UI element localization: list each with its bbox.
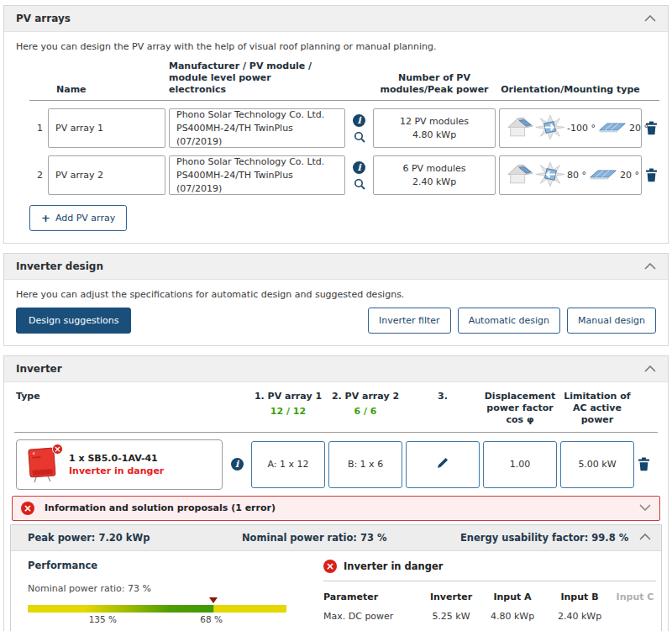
design-suggestions-button[interactable]: Design suggestions — [16, 308, 131, 334]
input-a-config-box[interactable]: A: 1 x 12 — [251, 441, 325, 488]
tilt-panel-icon — [597, 121, 627, 136]
roof-house-icon — [507, 163, 533, 188]
col-ac-limit: Limitation of AC active power — [560, 391, 634, 425]
ac-limit-box[interactable]: 5.00 kW — [560, 441, 634, 488]
col-type: Type — [16, 391, 223, 402]
orientation-box[interactable]: 80 ° 20 ° — [499, 155, 642, 195]
module-type: PS400MH-24/TH TwinPlus (07/2019) — [176, 169, 338, 196]
pv-module-select[interactable]: Phono Solar Technology Co. Ltd. PS400MH-… — [169, 155, 345, 195]
inverter-filter-button[interactable]: Inverter filter — [368, 308, 451, 334]
azimuth-value: 80 ° — [567, 170, 586, 181]
inverter-device-icon: × — [25, 445, 60, 484]
azimuth-compass-icon — [535, 161, 565, 190]
input-a-value: 429 V — [499, 626, 526, 631]
inverter-panel-header[interactable]: Inverter — [4, 356, 668, 382]
pv-arrays-title: PV arrays — [16, 13, 71, 24]
input-3-edit-box[interactable] — [406, 441, 480, 488]
azimuth-value: -100 ° — [567, 123, 596, 134]
nominal-power-ratio-summary: Nominal power ratio: 73 % — [242, 532, 460, 544]
param-label: Min. DC voltage — [323, 626, 423, 631]
col-cos-phi: Displacement power factor cos φ — [483, 391, 557, 425]
col-pv-array-3: 3. — [406, 391, 480, 402]
detail-summary-bar[interactable]: Peak power: 7.20 kWp Nominal power ratio… — [11, 525, 661, 551]
orientation-box[interactable]: -100 ° 20 ° — [499, 108, 642, 148]
col-input-c: Input C — [614, 588, 656, 607]
module-info-icon[interactable]: i — [353, 114, 365, 127]
inverter-panel: Inverter Type 1. PV array 1 12 / 12 2. P… — [3, 355, 669, 631]
pv-array-name-input[interactable]: PV array 1 — [48, 108, 165, 148]
pv-arrays-description: Here you can design the PV array with th… — [4, 32, 668, 52]
col-pv-array-2: 2. PV array 2 — [328, 391, 402, 402]
module-count-box[interactable]: 12 PV modules 4.80 kWp — [373, 108, 496, 148]
col-input-a: Input A — [480, 588, 545, 607]
cos-phi-box[interactable]: 1.00 — [483, 441, 557, 488]
inverter-design-title: Inverter design — [16, 260, 103, 272]
add-pv-array-label: Add PV array — [55, 213, 115, 223]
performance-heading: Performance — [28, 560, 303, 571]
inverter-type-box[interactable]: × 1 x SB5.0-1AV-41 Inverter in danger — [16, 439, 223, 490]
pv-array-1-count: 12 / 12 — [251, 406, 325, 417]
pv-arrays-panel: PV arrays Here you can design the PV arr… — [3, 5, 669, 244]
col-input-b: Input B — [547, 588, 612, 607]
pencil-icon — [437, 457, 449, 471]
inverter-table-header: Type 1. PV array 1 12 / 12 2. PV array 2… — [4, 391, 668, 431]
roof-house-icon — [507, 116, 533, 141]
col-pv-array-1: 1. PV array 1 — [251, 391, 325, 402]
module-info-icon[interactable]: i — [353, 161, 365, 174]
inverter-model: 1 x SB5.0-1AV-41 — [69, 453, 164, 464]
module-count: 12 PV modules — [400, 115, 469, 129]
module-search-icon[interactable] — [354, 131, 365, 143]
error-proposals-bar[interactable]: × Information and solution proposals (1 … — [12, 496, 660, 521]
gauge-bar — [28, 605, 286, 613]
tilt-value: 20 ° — [620, 170, 639, 181]
module-count-box[interactable]: 6 PV modules 2.40 kWp — [373, 155, 496, 195]
gauge-tick: 68 % — [200, 614, 223, 624]
tilt-panel-icon — [588, 168, 618, 183]
add-pv-array-button[interactable]: + Add PV array — [29, 205, 127, 231]
expand-chevron-down-icon — [639, 502, 651, 513]
azimuth-compass-icon — [535, 114, 565, 143]
delete-array-trash-icon[interactable] — [645, 168, 667, 182]
col-modules: Number of PV modules/Peak power — [373, 72, 496, 96]
delete-array-trash-icon[interactable] — [645, 121, 667, 135]
inverter-danger-section: × Inverter in danger Parameter Inverter … — [323, 560, 656, 631]
inverter-design-description: Here you can adjust the specifications f… — [4, 280, 668, 300]
inverter-title: Inverter — [16, 363, 62, 375]
row-number: 2 — [29, 170, 45, 181]
col-name: Name — [48, 84, 165, 96]
inverter-info-icon[interactable]: i — [231, 458, 244, 471]
inverter-design-panel-header[interactable]: Inverter design — [4, 254, 668, 280]
input-b-config-box[interactable]: B: 1 x 6 — [328, 441, 402, 488]
plus-icon: + — [41, 212, 50, 224]
energy-usability-summary: Energy usability factor: 99.8 % — [460, 532, 639, 544]
pv-array-name-input[interactable]: PV array 2 — [48, 155, 165, 195]
danger-heading: Inverter in danger — [344, 560, 443, 572]
danger-circle-x-icon: × — [323, 560, 337, 573]
automatic-design-button[interactable]: Automatic design — [458, 308, 560, 334]
module-type: PS400MH-24/TH TwinPlus (07/2019) — [176, 122, 338, 149]
header-divider — [29, 100, 659, 101]
peak-power-summary: Peak power: 7.20 kWp — [28, 532, 242, 544]
inverter-row: × 1 x SB5.0-1AV-41 Inverter in danger i … — [4, 439, 668, 490]
pv-array-row: 2 PV array 2 Phono Solar Technology Co. … — [4, 155, 668, 195]
input-b-value: 2.40 kWp — [558, 607, 601, 626]
delete-inverter-trash-icon[interactable] — [638, 457, 656, 471]
module-manufacturer: Phono Solar Technology Co. Ltd. — [176, 155, 324, 169]
peak-power: 2.40 kWp — [412, 176, 456, 189]
module-search-icon[interactable] — [354, 178, 365, 190]
manual-design-button[interactable]: Manual design — [567, 308, 656, 334]
inverter-detail-panel: Peak power: 7.20 kWp Nominal power ratio… — [10, 524, 662, 631]
pv-arrays-panel-header[interactable]: PV arrays — [4, 6, 668, 32]
col-parameter: Parameter — [323, 588, 423, 607]
inverter-design-panel: Inverter design Here you can adjust the … — [3, 253, 669, 346]
danger-table: Parameter Inverter Input A Input B Input… — [323, 588, 656, 631]
col-manufacturer: Manufacturer / PV module / module level … — [169, 60, 345, 95]
collapse-chevron-up-icon — [644, 13, 656, 24]
collapse-chevron-up-icon — [639, 532, 651, 543]
error-circle-x-icon: × — [21, 502, 34, 515]
row-number: 1 — [29, 123, 45, 134]
pv-module-select[interactable]: Phono Solar Technology Co. Ltd. PS400MH-… — [169, 108, 345, 148]
param-label: Max. DC power — [323, 607, 423, 626]
inverter-value: 100 V — [424, 626, 478, 631]
error-proposals-label: Information and solution proposals (1 er… — [45, 502, 276, 513]
